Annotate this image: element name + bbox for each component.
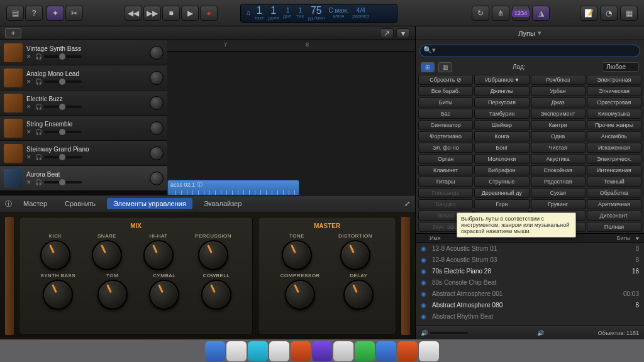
master-tab[interactable]: Мастер [17, 198, 53, 209]
lcd-display[interactable]: ♫ 1такт 1доля 1дол. 1тик 75уд./мин С маж… [240, 4, 397, 23]
track-row[interactable]: String Ensemble ✕ 🎧 [0, 116, 167, 141]
cycle-button[interactable]: ↻ [472, 6, 489, 21]
tag-button[interactable]: Фортепиано [418, 131, 473, 141]
loop-row[interactable]: ◉ 70s Electric Piano 28 16 [416, 266, 644, 277]
dock-app-4[interactable] [376, 341, 396, 361]
tag-button[interactable]: Киномузыка [587, 109, 641, 119]
pan-knob[interactable] [150, 71, 164, 85]
tag-button[interactable]: Джаз [531, 97, 586, 107]
tag-button[interactable]: Гитары [418, 177, 473, 187]
editors-button[interactable]: ✂ [65, 6, 83, 21]
knob-tone[interactable] [282, 240, 312, 270]
tag-button[interactable]: Радостная [531, 177, 586, 187]
tag-button[interactable]: Рок/блюз [531, 75, 586, 85]
tag-button[interactable]: Избранное ♥ [474, 75, 529, 85]
column-view-button[interactable]: ▥ [438, 62, 452, 72]
tag-button[interactable]: Горн [474, 199, 529, 209]
pan-knob[interactable] [150, 96, 164, 110]
speaker-icon-2[interactable]: 🔊 [537, 330, 544, 336]
dock-app-3[interactable] [333, 341, 353, 361]
tag-button[interactable]: Молоточки [474, 154, 529, 164]
dock-mail[interactable] [269, 341, 289, 361]
knob-snare[interactable] [92, 240, 122, 270]
tag-button[interactable]: Электрическ. [587, 154, 641, 164]
tag-button[interactable]: Бонг [474, 143, 529, 153]
instrument-icon[interactable] [4, 119, 23, 138]
tag-button[interactable]: Все бараб. [418, 86, 473, 96]
tag-button[interactable]: Диссонант. [587, 211, 641, 221]
ruler[interactable]: 7 8 [167, 40, 415, 52]
notepad-button[interactable]: 📝 [580, 6, 597, 21]
track-row[interactable]: Electric Buzz ✕ 🎧 [0, 90, 167, 116]
tuner-button[interactable]: ⋔ [492, 6, 509, 21]
dock-finder[interactable] [205, 341, 225, 361]
timeline[interactable]: 7 8 acas 02.1 ⓘ [167, 40, 415, 195]
track-row[interactable]: Aurora Beat ✕ 🎧 [0, 166, 167, 191]
solo-icon[interactable]: 🎧 [35, 53, 42, 60]
tag-button[interactable]: Спокойная [531, 165, 586, 175]
info-icon[interactable]: ⓘ [5, 199, 12, 209]
tag-button[interactable]: Банджо [418, 199, 473, 209]
instrument-icon[interactable] [4, 169, 23, 188]
mute-icon[interactable]: ✕ [26, 104, 33, 110]
instrument-icon[interactable] [4, 43, 23, 62]
knob-synth bass[interactable] [43, 280, 73, 310]
tag-button[interactable]: Темный [587, 177, 641, 187]
catch-button[interactable]: ▾ [396, 28, 410, 38]
tag-button[interactable]: Сбросить ⊘ [418, 75, 473, 85]
tag-button[interactable]: Тамбурин [474, 109, 529, 119]
knob-cowbell[interactable] [201, 280, 231, 310]
tag-button[interactable]: Шейкер [474, 120, 529, 130]
knob-cymbal[interactable] [149, 280, 179, 310]
volume-slider[interactable] [44, 131, 82, 133]
instrument-icon[interactable] [4, 94, 23, 112]
pan-knob[interactable] [150, 146, 164, 160]
knob-tom[interactable] [97, 280, 128, 310]
mute-icon[interactable]: ✕ [26, 79, 33, 85]
mute-icon[interactable]: ✕ [26, 53, 33, 60]
metronome-button[interactable]: ◮ [532, 6, 550, 21]
tag-button[interactable]: Полная [587, 222, 641, 232]
speaker-icon[interactable]: 🔊 [421, 330, 428, 336]
pan-knob[interactable] [150, 46, 164, 60]
track-row[interactable]: Steinway Grand Piano ✕ 🎧 [0, 141, 167, 166]
tag-button[interactable]: Обработка [587, 188, 641, 198]
tag-button[interactable]: Аритмичная [587, 199, 641, 209]
dock-safari[interactable] [248, 341, 268, 361]
grid-view-button[interactable]: ⊞ [421, 62, 435, 72]
dock-app-6[interactable] [419, 341, 439, 361]
instrument-icon[interactable] [4, 144, 23, 163]
tag-button[interactable]: Этническая [587, 86, 641, 96]
tag-button[interactable]: Интенсивная [587, 165, 641, 175]
forward-button[interactable]: ▶▶ [143, 6, 161, 21]
tag-button[interactable]: Урбан [531, 86, 586, 96]
tag-button[interactable]: Синтезатор [418, 120, 473, 130]
tag-button[interactable]: Грувинг [531, 199, 586, 209]
record-button[interactable]: ● [200, 6, 218, 21]
controls-tab[interactable]: Элементы управления [107, 198, 192, 209]
mute-icon[interactable]: ✕ [26, 179, 33, 185]
tag-button[interactable]: Чистая [531, 143, 586, 153]
tag-button[interactable]: Клавинет [418, 165, 473, 175]
dock-messages[interactable] [355, 341, 375, 361]
knob-hi-hat[interactable] [143, 240, 174, 270]
tag-button[interactable]: Струнные [474, 177, 529, 187]
tag-button[interactable]: Электронная [587, 75, 641, 85]
tag-button[interactable]: Кантри [531, 120, 586, 130]
tag-button[interactable]: Эл. фо-но [418, 143, 473, 153]
solo-icon[interactable]: 🎧 [35, 179, 42, 185]
volume-slider[interactable] [44, 55, 82, 58]
volume-slider[interactable] [44, 156, 82, 158]
mute-icon[interactable]: ✕ [26, 129, 33, 135]
tag-button[interactable]: Бас [418, 109, 473, 119]
tag-button[interactable]: Конга [474, 131, 529, 141]
countoff-button[interactable]: 1234 [512, 6, 530, 21]
tag-button[interactable]: Одна [531, 131, 586, 141]
stop-button[interactable]: ■ [162, 6, 180, 21]
expand-icon[interactable]: ⤢ [404, 200, 410, 208]
knob-kick[interactable] [40, 240, 70, 270]
eq-tab[interactable]: Эквалайзер [197, 198, 248, 209]
automation-button[interactable]: ↗ [380, 28, 394, 38]
preview-volume[interactable] [430, 332, 468, 334]
audio-region[interactable]: acas 02.1 ⓘ [167, 180, 299, 195]
